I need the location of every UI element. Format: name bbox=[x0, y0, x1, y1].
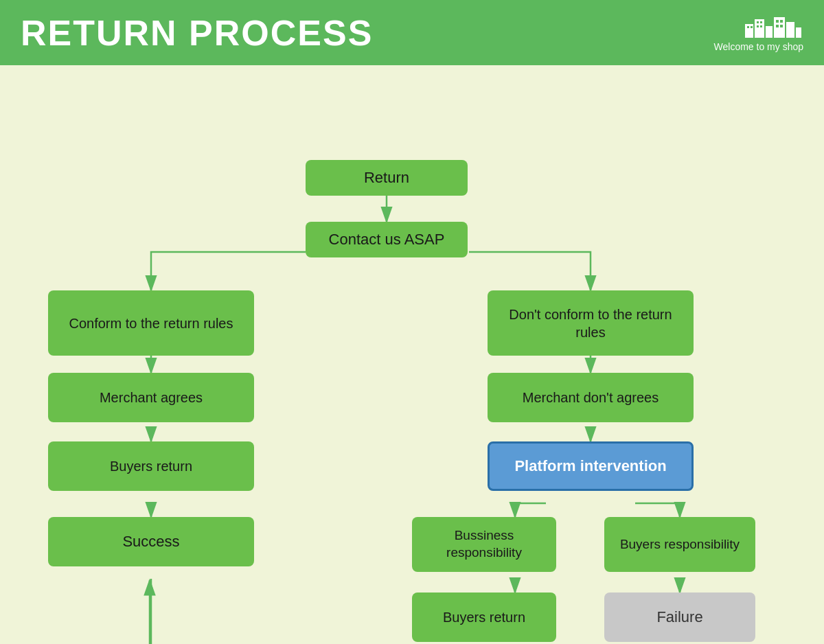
merchant-disagrees-box: Merchant don't agrees bbox=[488, 373, 694, 422]
svg-rect-4 bbox=[786, 22, 794, 38]
svg-rect-15 bbox=[780, 25, 783, 27]
business-responsibility-box: Bussiness responsibility bbox=[412, 517, 556, 572]
platform-intervention-box: Platform intervention bbox=[488, 441, 694, 491]
svg-rect-14 bbox=[776, 25, 779, 27]
merchant-agrees-box: Merchant agrees bbox=[48, 373, 254, 422]
dont-conform-box: Don't conform to the return rules bbox=[488, 290, 694, 356]
logo-text: Welcome to my shop bbox=[714, 41, 803, 52]
svg-rect-1 bbox=[755, 19, 764, 38]
svg-rect-13 bbox=[780, 20, 783, 23]
svg-rect-10 bbox=[757, 25, 759, 27]
svg-rect-5 bbox=[796, 27, 801, 38]
buyers-return-left-box: Buyers return bbox=[48, 441, 254, 491]
success-box: Success bbox=[48, 517, 254, 566]
svg-rect-11 bbox=[760, 25, 762, 27]
svg-rect-2 bbox=[766, 26, 772, 38]
svg-rect-12 bbox=[776, 20, 779, 23]
failure-box: Failure bbox=[604, 593, 755, 642]
svg-rect-6 bbox=[747, 26, 749, 28]
svg-rect-7 bbox=[751, 26, 753, 28]
svg-rect-9 bbox=[760, 21, 762, 23]
svg-rect-3 bbox=[774, 17, 785, 38]
logo-icon bbox=[742, 14, 803, 40]
contact-us-box: Contact us ASAP bbox=[306, 222, 468, 257]
logo: Welcome to my shop bbox=[714, 14, 803, 52]
flowchart-area: Return Contact us ASAP Conform to the re… bbox=[0, 65, 824, 644]
page-title: RETURN PROCESS bbox=[21, 12, 373, 54]
buyers-responsibility-box: Buyers responsibility bbox=[604, 517, 755, 572]
return-box: Return bbox=[306, 160, 468, 196]
conform-box: Conform to the return rules bbox=[48, 290, 254, 356]
header: RETURN PROCESS bbox=[0, 0, 824, 65]
svg-rect-8 bbox=[757, 21, 759, 23]
buyers-return-right-box: Buyers return bbox=[412, 593, 556, 642]
